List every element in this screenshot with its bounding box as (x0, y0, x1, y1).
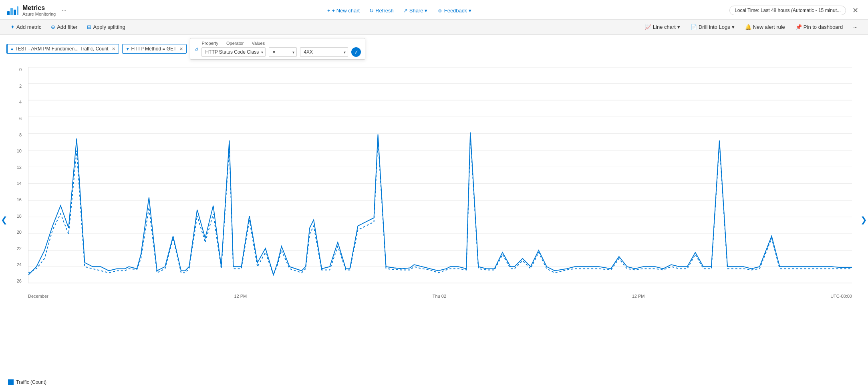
add-filter-label: Add filter (57, 24, 77, 30)
metric-chip-label: TEST - ARM PM Fundamen... Traffic, Count (15, 46, 109, 52)
new-chart-button[interactable]: + + New chart (323, 6, 364, 16)
refresh-button[interactable]: ↻ Refresh (365, 6, 398, 16)
property-label: Property (201, 41, 218, 46)
chevron-down-icon: ▾ (677, 24, 680, 30)
legend-color-swatch (8, 379, 14, 385)
chart-container: ❮ ❯ 26 24 22 20 18 16 14 12 10 8 6 4 2 0 (0, 63, 868, 376)
new-alert-rule-button[interactable]: 🔔 New alert rule (741, 22, 789, 32)
x-label-thu02: Thu 02 (433, 294, 446, 299)
new-alert-rule-label: New alert rule (753, 24, 785, 30)
add-metric-icon: ✦ (10, 24, 15, 30)
share-icon: ↗ (403, 8, 408, 14)
x-label-12pm-1: 12 PM (234, 294, 247, 299)
svg-rect-2 (14, 10, 16, 15)
y-label-18: 18 (8, 214, 24, 219)
operator-label: Operator (226, 41, 244, 46)
x-label-utc: UTC-08:00 (830, 294, 852, 299)
property-select-wrap: HTTP Status Code Class (201, 47, 266, 57)
filter-popup-inner: Property Operator Values HTTP Status Cod… (201, 41, 361, 57)
svg-rect-0 (7, 11, 10, 15)
operator-select[interactable]: = (269, 47, 297, 57)
app-ellipsis-button[interactable]: ··· (59, 6, 69, 15)
chart-svg (28, 67, 852, 283)
feedback-icon: ☺ (437, 8, 442, 14)
chart-nav-left-button[interactable]: ❮ (1, 215, 8, 225)
header-left: Metrics Azure Monitoring ··· (6, 4, 69, 17)
legend: Traffic (Count) 407 (0, 376, 868, 387)
close-button[interactable]: ✕ (849, 4, 862, 16)
pin-to-dashboard-label: Pin to dashboard (804, 24, 843, 30)
y-label-4: 4 (8, 100, 24, 104)
more-options-button[interactable]: ··· (849, 22, 862, 32)
header-actions: + + New chart ↻ Refresh ↗ Share ▾ ☺ Feed… (323, 6, 475, 16)
svg-rect-1 (10, 8, 13, 15)
legend-label: Traffic (Count) (16, 379, 46, 385)
filter-popup-icon: ⊿ (194, 46, 198, 52)
y-axis: 26 24 22 20 18 16 14 12 10 8 6 4 2 0 (8, 67, 24, 283)
http-method-filter-chip[interactable]: ▼ HTTP Method = GET ✕ (122, 44, 187, 54)
apply-splitting-button[interactable]: ⊞ Apply splitting (83, 22, 129, 32)
share-button[interactable]: ↗ Share ▾ (399, 6, 432, 16)
chart-nav-right-button[interactable]: ❯ (860, 215, 867, 225)
app-subtitle: Azure Monitoring (22, 12, 56, 16)
property-select[interactable]: HTTP Status Code Class (201, 47, 266, 57)
metric-filter-chip[interactable]: ● TEST - ARM PM Fundamen... Traffic, Cou… (6, 44, 119, 54)
line-chart-button[interactable]: 📈 Line chart ▾ (641, 22, 684, 32)
x-axis: December 12 PM Thu 02 12 PM UTC-08:00 (28, 294, 852, 299)
values-select[interactable]: 4XX (300, 47, 348, 57)
metric-dot-icon: ● (11, 47, 13, 51)
filter-confirm-button[interactable]: ✓ (351, 47, 361, 57)
header-right: Local Time: Last 48 hours (Automatic - 1… (729, 4, 862, 16)
line-chart-label: Line chart (653, 24, 676, 30)
time-selector-button[interactable]: Local Time: Last 48 hours (Automatic - 1… (729, 6, 846, 15)
toolbar: ✦ Add metric ⊕ Add filter ⊞ Apply splitt… (0, 20, 868, 35)
toolbar-left: ✦ Add metric ⊕ Add filter ⊞ Apply splitt… (6, 22, 129, 32)
split-icon: ⊞ (87, 24, 91, 30)
drill-into-logs-button[interactable]: 📄 Drill into Logs ▾ (687, 22, 739, 32)
y-label-6: 6 (8, 116, 24, 121)
http-chip-close[interactable]: ✕ (179, 46, 183, 52)
feedback-button[interactable]: ☺ Feedback ▾ (433, 6, 475, 16)
add-metric-label: Add metric (16, 24, 41, 30)
y-label-12: 12 (8, 165, 24, 170)
refresh-label: Refresh (375, 8, 394, 14)
plus-icon: + (327, 8, 330, 14)
share-label: Share (409, 8, 423, 14)
y-label-16: 16 (8, 197, 24, 202)
add-filter-icon: ⊕ (51, 24, 55, 30)
line-chart-icon: 📈 (645, 24, 651, 30)
y-label-26: 26 (8, 279, 24, 283)
feedback-label: Feedback (444, 8, 467, 14)
solid-line-series (28, 132, 852, 275)
operator-select-wrap: = (269, 47, 297, 57)
app-icon (6, 4, 19, 17)
metric-chip-close[interactable]: ✕ (112, 46, 115, 52)
y-label-20: 20 (8, 230, 24, 235)
drill-logs-icon: 📄 (691, 24, 697, 30)
y-label-8: 8 (8, 132, 24, 137)
app-title-block: Metrics Azure Monitoring (22, 4, 56, 16)
chevron-down-icon: ▾ (425, 8, 427, 14)
chevron-down-icon: ▾ (732, 24, 735, 30)
filter-popup: ⊿ Property Operator Values HTTP Status C… (190, 38, 365, 60)
chart-area (28, 67, 852, 283)
y-label-24: 24 (8, 262, 24, 267)
y-label-0: 0 (8, 67, 24, 72)
refresh-icon: ↻ (369, 8, 374, 14)
alert-icon: 🔔 (745, 24, 751, 30)
y-label-22: 22 (8, 246, 24, 251)
add-filter-button[interactable]: ⊕ Add filter (47, 22, 81, 32)
add-metric-button[interactable]: ✦ Add metric (6, 22, 45, 32)
new-chart-label: + New chart (332, 8, 360, 14)
chevron-down-icon: ▾ (469, 8, 471, 14)
values-select-wrap: 4XX (300, 47, 348, 57)
pin-to-dashboard-button[interactable]: 📌 Pin to dashboard (791, 22, 847, 32)
dotted-line-series (28, 136, 852, 275)
y-label-2: 2 (8, 84, 24, 88)
http-chip-label: HTTP Method = GET (131, 46, 177, 52)
header: Metrics Azure Monitoring ··· + + New cha… (0, 0, 868, 20)
values-label: Values (252, 41, 265, 46)
apply-splitting-label: Apply splitting (93, 24, 125, 30)
x-label-december: December (28, 294, 48, 299)
y-label-14: 14 (8, 181, 24, 186)
